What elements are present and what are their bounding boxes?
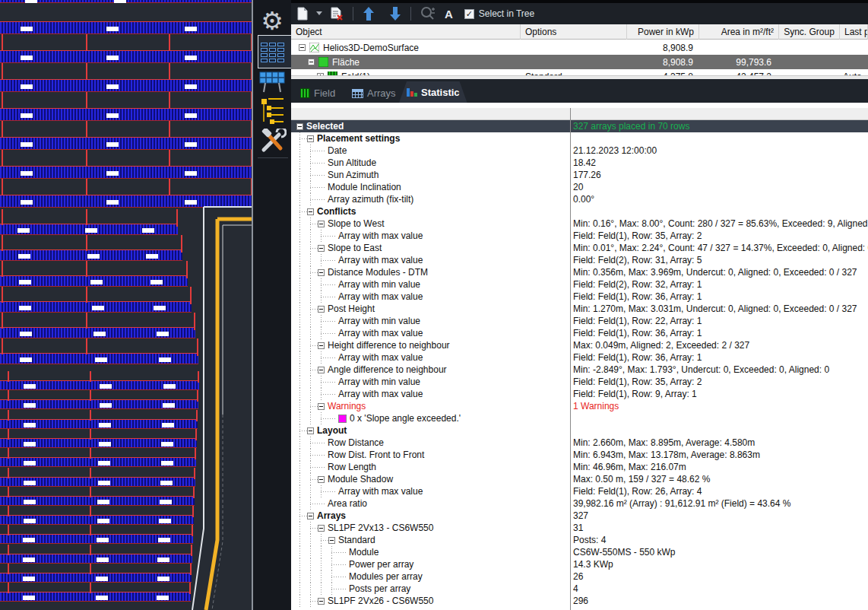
statistic-row-array-with-max-value[interactable]: Array with max valueField: Feld(1), Row:…	[291, 485, 868, 497]
solar-panel-row[interactable]	[0, 195, 253, 208]
tree-expander[interactable]	[307, 427, 314, 434]
solar-panel-row[interactable]	[0, 275, 188, 287]
statistic-row-placement-settings[interactable]: Placement settings	[291, 132, 868, 145]
tools-icon[interactable]	[253, 128, 291, 155]
zoom-select-icon[interactable]	[420, 6, 436, 21]
solar-panel-row[interactable]	[0, 0, 253, 3]
statistic-row-warnings[interactable]: Warnings1 Warnings	[291, 400, 868, 412]
tab-statistic[interactable]: Statistic	[399, 81, 467, 103]
solar-panel-row[interactable]	[0, 301, 192, 313]
solar-panel-row[interactable]	[0, 108, 253, 121]
tree-expander[interactable]	[307, 135, 314, 142]
object-row-1[interactable]: Helios3D-DemoSurface8,908.9	[291, 40, 868, 55]
solar-panel-row[interactable]	[0, 327, 195, 338]
solar-panel-row[interactable]	[0, 399, 198, 409]
statistic-row-angle-difference-to-neighbour[interactable]: Angle difference to neighbourMin: -2.849…	[291, 364, 868, 376]
statistic-row-power-per-array[interactable]: Power per array14.3 KWp	[291, 558, 868, 570]
statistic-row-sun-altitude[interactable]: Sun Altitude18.42	[291, 157, 868, 169]
tree-expander[interactable]	[318, 598, 325, 605]
solar-panel-row[interactable]	[0, 515, 194, 525]
tree-expander[interactable]	[328, 537, 335, 544]
statistic-row-sun-azimuth[interactable]: Sun Azimuth177.26	[291, 169, 868, 181]
solar-panel-row[interactable]	[0, 249, 182, 261]
statistic-row-module-inclination[interactable]: Module Inclination20	[291, 181, 868, 193]
statistic-row-array-with-max-value[interactable]: Array with max valueField: Feld(2), Row:…	[291, 254, 868, 266]
statistic-row-sl1pf-2vx13-cs6w550[interactable]: SL1PF 2Vx13 - CS6W55031	[291, 522, 868, 534]
tree-expander[interactable]	[318, 525, 325, 532]
statistic-row-post-height[interactable]: Post HeightMin: 1.270m, Max: 3.031m, Und…	[291, 303, 868, 315]
solar-table-icon[interactable]	[253, 70, 291, 94]
solar-panel-row[interactable]	[0, 137, 253, 150]
statistic-row-module-shadow[interactable]: Module ShadowMax: 0.50 m, 159 / 327 = 48…	[291, 473, 868, 485]
statistic-column-divider[interactable]	[570, 108, 571, 610]
solar-panel-row[interactable]	[0, 496, 195, 506]
tree-expander[interactable]	[318, 306, 325, 313]
solar-panel-row[interactable]	[0, 380, 199, 390]
column-header-power-in-kwp[interactable]: Power in kWp	[627, 24, 699, 40]
statistic-row-array-with-max-value[interactable]: Array with max valueField: Feld(1), Row:…	[291, 351, 868, 364]
statistic-row-sl1pf-2vx26-cs6w550[interactable]: SL1PF 2Vx26 - CS6W550296	[291, 595, 868, 607]
tree-expander[interactable]	[318, 342, 325, 349]
tree-expander[interactable]	[318, 403, 325, 410]
statistic-row-array-with-min-value[interactable]: Array with min valueField: Feld(2), Row:…	[291, 278, 868, 291]
move-up-icon[interactable]	[363, 6, 375, 21]
statistic-row-modules-per-array[interactable]: Modules per array26	[291, 570, 868, 583]
column-header-area-in-m-ft-[interactable]: Area in m²/ft²	[699, 24, 779, 40]
tree-expander[interactable]	[307, 513, 314, 519]
solar-panel-row[interactable]	[0, 457, 196, 467]
delete-file-icon[interactable]	[330, 7, 344, 21]
hierarchy-tree-icon[interactable]	[253, 97, 291, 126]
statistic-row-height-difference-to-neighbour[interactable]: Height difference to neighbourMax: 0.049…	[291, 339, 868, 351]
solar-panel-row[interactable]	[0, 50, 253, 63]
statistic-row-array-with-max-value[interactable]: Array with max valueField: Feld(1), Row:…	[291, 230, 868, 242]
solar-panel-row[interactable]	[0, 419, 198, 429]
tree-expander[interactable]	[296, 123, 303, 130]
statistic-row-array-with-max-value[interactable]: Array with max valueField: Feld(1), Row:…	[291, 291, 868, 303]
statistic-row-posts-per-array[interactable]: Posts per array4	[291, 583, 868, 595]
statistic-row-array-with-max-value[interactable]: Array with max valueField: Feld(1), Row:…	[291, 327, 868, 339]
solar-panel-row[interactable]	[0, 224, 178, 235]
solar-panel-row[interactable]	[0, 438, 197, 448]
statistic-row-array-with-min-value[interactable]: Array with min valueField: Feld(1), Row:…	[291, 376, 868, 388]
statistic-row-row-dist-front-to-front[interactable]: Row Dist. Front to FrontMin: 6.943m, Max…	[291, 449, 868, 461]
tree-expander[interactable]	[307, 208, 314, 215]
tree-expander[interactable]	[318, 269, 325, 276]
field-grid-icon[interactable]	[253, 38, 291, 67]
tab-arrays[interactable]: Arrays	[344, 84, 404, 103]
select-in-tree-checkbox[interactable]: ✓	[464, 9, 474, 19]
statistic-row-slope-to-east[interactable]: Slope to EastMin: 0.01°, Max: 2.24°, Cou…	[291, 242, 868, 254]
tree-expander[interactable]	[318, 476, 325, 483]
solar-panel-row[interactable]	[0, 573, 192, 583]
solar-panel-row[interactable]	[0, 353, 198, 364]
statistic-row-0-x-slope-angle-exceeded-[interactable]: 0 x 'Slope angle exceeded.'	[291, 412, 868, 424]
cad-viewport[interactable]	[0, 0, 253, 610]
dropdown-caret-icon[interactable]	[316, 11, 322, 16]
object-row-2[interactable]: Fläche8,908.999,793.6	[291, 55, 868, 69]
column-header-last-pl[interactable]: Last pl	[840, 24, 868, 40]
column-header-object[interactable]: Object	[291, 24, 521, 40]
solar-panel-row[interactable]	[0, 477, 195, 487]
move-down-icon[interactable]	[389, 6, 401, 21]
tree-expander[interactable]	[299, 44, 306, 51]
statistic-row-distance-modules-dtm[interactable]: Distance Modules - DTMMin: 0.356m, Max: …	[291, 266, 868, 278]
statistic-row-conflicts[interactable]: Conflicts	[291, 205, 868, 218]
solar-panel-row[interactable]	[0, 166, 253, 179]
statistic-row-slope-to-west[interactable]: Slope to WestMin: 0.16°, Max: 8.00°, Cou…	[291, 218, 868, 230]
solar-panel-row[interactable]	[0, 534, 193, 544]
settings-gear-icon[interactable]: ⚙	[253, 8, 291, 33]
statistic-row-row-length[interactable]: Row LengthMin: 46.96m, Max: 216.07m	[291, 461, 868, 473]
statistic-row-module[interactable]: ModuleCS6W-550MS - 550 kWp	[291, 546, 868, 558]
statistic-row-arrays[interactable]: Arrays327	[291, 510, 868, 522]
tab-field[interactable]: Field	[293, 84, 343, 103]
solar-panel-row[interactable]	[0, 21, 253, 34]
tree-expander[interactable]	[318, 367, 325, 373]
solar-panel-row[interactable]	[0, 592, 191, 602]
column-header-sync-group[interactable]: Sync. Group	[779, 24, 840, 40]
statistic-row-area-ratio[interactable]: Area ratio39,982.16 m² (Array) : 91,612.…	[291, 497, 868, 510]
tree-expander[interactable]	[318, 221, 325, 227]
solar-panel-row[interactable]	[0, 79, 253, 92]
tree-expander[interactable]	[308, 59, 315, 65]
column-header-options[interactable]: Options	[521, 24, 627, 40]
statistic-row-array-azimuth-fix-tilt-[interactable]: Array azimuth (fix-tilt)0.00°	[291, 193, 868, 205]
solar-panel-row[interactable]	[0, 554, 192, 564]
